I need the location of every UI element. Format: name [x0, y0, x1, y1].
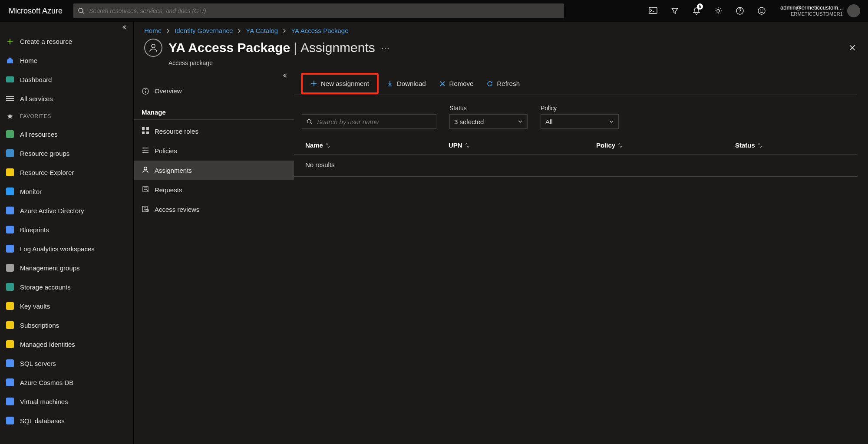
remove-button[interactable]: Remove [434, 76, 479, 91]
crumb-home[interactable]: Home [144, 27, 162, 34]
assignments-search-input[interactable] [316, 118, 432, 126]
toolbar-label: Remove [449, 80, 474, 87]
nav-icon [5, 320, 15, 330]
policies-icon [142, 146, 149, 155]
directory-filter-icon[interactable] [664, 0, 686, 22]
collapse-nav-button[interactable] [0, 22, 133, 32]
breadcrumb: Home Identity Governance YA Catalog YA A… [134, 22, 868, 34]
sort-icon [618, 142, 623, 148]
svg-line-1 [83, 12, 84, 14]
nav-item-management-groups[interactable]: Management groups [0, 258, 133, 277]
nav-item-managed-identities[interactable]: Managed Identities [0, 335, 133, 354]
settings-icon[interactable] [707, 0, 729, 22]
svg-point-7 [758, 7, 765, 14]
nav-icon [5, 397, 15, 406]
svg-rect-20 [142, 132, 145, 134]
column-header-policy[interactable]: Policy [596, 141, 735, 149]
global-search[interactable] [73, 3, 564, 18]
blade-nav-access-reviews[interactable]: Access reviews [134, 200, 294, 219]
nav-item-subscriptions[interactable]: Subscriptions [0, 316, 133, 335]
notifications-icon[interactable]: 5 [686, 0, 707, 22]
nav-label: All resources [20, 131, 58, 138]
svg-rect-2 [649, 7, 657, 13]
new-assignment-button[interactable]: New assignment [305, 76, 374, 91]
nav-label: All services [20, 95, 53, 102]
assignments-search[interactable] [302, 114, 436, 129]
help-icon[interactable] [729, 0, 751, 22]
svg-point-8 [760, 10, 761, 10]
blade-nav: Overview Manage Resource rolesPoliciesAs… [134, 72, 294, 444]
svg-point-4 [717, 10, 719, 12]
nav-item-home[interactable]: Home [0, 51, 133, 70]
collapse-blade-nav-button[interactable] [134, 72, 294, 81]
blade-nav-label: Policies [155, 147, 177, 155]
blade-nav-resource-roles[interactable]: Resource roles [134, 122, 294, 141]
download-button[interactable]: Download [381, 76, 431, 91]
chevron-down-icon [609, 119, 614, 124]
nav-item-azure-cosmos-db[interactable]: Azure Cosmos DB [0, 373, 133, 392]
nav-icon [5, 75, 15, 84]
dropdown-value: 3 selected [454, 118, 484, 125]
nav-icon [5, 187, 15, 196]
svg-point-26 [144, 150, 145, 151]
nav-item-blueprints[interactable]: Blueprints [0, 220, 133, 239]
cloud-shell-icon[interactable] [642, 0, 664, 22]
column-header-status[interactable]: Status [735, 141, 858, 149]
nav-item-key-vaults[interactable]: Key vaults [0, 296, 133, 316]
blade-content: New assignment Download Remove Refresh [294, 72, 868, 444]
nav-item-storage-accounts[interactable]: Storage accounts [0, 277, 133, 296]
refresh-button[interactable]: Refresh [481, 76, 525, 91]
nav-item-resource-explorer[interactable]: Resource Explorer [0, 163, 133, 182]
account-area[interactable]: admin@ermeticcustom... ERMETICCUSTOMER1 [772, 0, 864, 22]
favorites-header: FAVORITES [0, 108, 133, 125]
nav-icon [5, 148, 15, 158]
nav-label: Blueprints [20, 226, 49, 234]
nav-item-monitor[interactable]: Monitor [0, 182, 133, 201]
nav-label: Resource groups [20, 150, 69, 157]
nav-label: Azure Active Directory [20, 207, 84, 214]
policy-filter-dropdown[interactable]: All [541, 114, 619, 129]
nav-item-sql-databases[interactable]: SQL databases [0, 411, 133, 430]
nav-item-azure-active-directory[interactable]: Azure Active Directory [0, 201, 133, 220]
chevron-down-icon [518, 119, 523, 124]
status-filter-dropdown[interactable]: 3 selected [449, 114, 528, 129]
nav-icon [5, 56, 15, 65]
nav-label: Storage accounts [20, 283, 71, 291]
svg-point-0 [79, 8, 83, 13]
nav-item-virtual-machines[interactable]: Virtual machines [0, 392, 133, 411]
column-header-upn[interactable]: UPN [449, 141, 596, 149]
blade-nav-requests[interactable]: Requests [134, 180, 294, 200]
crumb-ya-access-package[interactable]: YA Access Package [291, 27, 348, 34]
nav-item-log-analytics-workspaces[interactable]: Log Analytics workspaces [0, 239, 133, 258]
nav-item-create-a-resource[interactable]: Create a resource [0, 32, 133, 51]
chevron-right-icon [166, 29, 170, 33]
nav-item-dashboard[interactable]: Dashboard [0, 70, 133, 89]
account-email: admin@ermeticcustom... [780, 5, 843, 11]
svg-point-28 [144, 167, 147, 170]
left-nav: Create a resourceHomeDashboardAll servic… [0, 22, 134, 444]
crumb-ya-catalog[interactable]: YA Catalog [246, 27, 278, 34]
feedback-icon[interactable] [751, 0, 772, 22]
nav-label: Home [20, 57, 37, 64]
close-blade-button[interactable] [847, 43, 858, 53]
blade-nav-section-manage: Manage [134, 101, 294, 120]
nav-item-all-services[interactable]: All services [0, 89, 133, 108]
nav-item-resource-groups[interactable]: Resource groups [0, 144, 133, 163]
access-package-icon [144, 39, 162, 57]
column-header-name[interactable]: Name [305, 141, 449, 149]
global-search-input[interactable] [88, 7, 560, 15]
info-icon [142, 87, 149, 95]
blade-nav-overview[interactable]: Overview [134, 81, 294, 101]
svg-point-9 [762, 10, 763, 10]
blade-nav-label: Assignments [155, 167, 192, 174]
close-icon [439, 80, 446, 87]
blade-nav-label: Overview [155, 87, 182, 95]
more-actions-button[interactable]: ··· [381, 43, 390, 53]
nav-item-all-resources[interactable]: All resources [0, 125, 133, 144]
blade-nav-assignments[interactable]: Assignments [134, 161, 294, 180]
nav-item-sql-servers[interactable]: SQL servers [0, 354, 133, 373]
blade-nav-policies[interactable]: Policies [134, 141, 294, 161]
crumb-identity-governance[interactable]: Identity Governance [175, 27, 233, 34]
brand: Microsoft Azure [9, 7, 63, 16]
svg-rect-10 [6, 76, 14, 82]
